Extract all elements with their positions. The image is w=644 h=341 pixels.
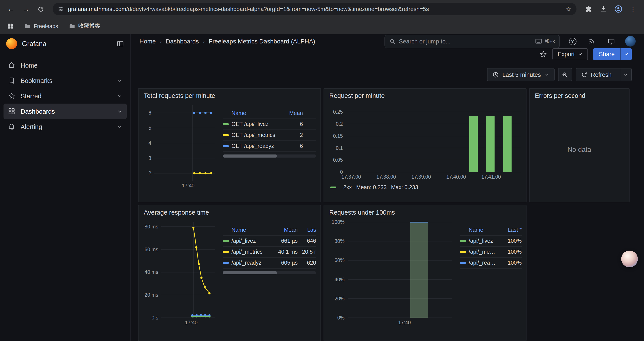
series-color bbox=[460, 262, 466, 264]
legend-row: /api/_metrics 100% bbox=[460, 247, 522, 258]
svg-text:17:39:00: 17:39:00 bbox=[411, 174, 431, 180]
panel-title[interactable]: Requests under 100ms bbox=[328, 208, 522, 218]
series-color bbox=[330, 187, 336, 188]
svg-text:100%: 100% bbox=[332, 219, 344, 225]
panel-title[interactable]: Request per minute bbox=[328, 91, 522, 101]
series-name[interactable]: GET /api/_metrics bbox=[232, 132, 278, 138]
browser-toolbar: ← → grafana.mathmast.com/d/deytv4rwavabk… bbox=[0, 0, 644, 18]
forward-button[interactable]: → bbox=[19, 3, 32, 16]
series-name[interactable]: /api/_metrics bbox=[469, 249, 496, 255]
chevron-down-icon[interactable] bbox=[117, 124, 122, 129]
panel-total-requests: Total requests per minute 6543217:40 Nam… bbox=[138, 88, 321, 202]
chevron-down-icon[interactable] bbox=[117, 78, 122, 83]
series-name[interactable]: /api/_readyz bbox=[232, 260, 272, 266]
bookmark-favorites-blog[interactable]: 收藏博客 bbox=[68, 22, 100, 30]
svg-text:4: 4 bbox=[148, 140, 151, 146]
refresh-label: Refresh bbox=[591, 71, 612, 78]
sidebar-item-starred[interactable]: Starred bbox=[4, 88, 127, 104]
average-response-time-chart[interactable]: 80 ms60 ms40 ms20 ms0 s17:40 bbox=[143, 218, 218, 327]
svg-text:3: 3 bbox=[148, 155, 151, 161]
sidebar-brand: Grafana bbox=[0, 34, 130, 53]
search-icon bbox=[389, 38, 396, 44]
bookmark-star-icon[interactable]: ☆ bbox=[565, 5, 571, 13]
reload-button[interactable] bbox=[34, 3, 47, 16]
chevron-down-icon bbox=[624, 72, 628, 77]
breadcrumb-separator: › bbox=[203, 38, 205, 45]
user-menu-button[interactable] bbox=[624, 35, 637, 48]
extensions-button[interactable] bbox=[582, 3, 595, 16]
assistant-avatar-button[interactable] bbox=[621, 251, 638, 267]
request-per-minute-chart[interactable]: 0.250.20.150.10.05017:37:0017:38:0017:39… bbox=[328, 104, 524, 182]
collapse-sidebar-icon[interactable] bbox=[116, 40, 124, 47]
series-name[interactable]: GET /api/_readyz bbox=[232, 143, 278, 149]
legend-header-name[interactable]: Name bbox=[460, 227, 496, 233]
panel-title[interactable]: Errors per second bbox=[534, 91, 625, 101]
help-button[interactable]: ? bbox=[566, 35, 579, 48]
chevron-down-icon[interactable] bbox=[117, 109, 122, 114]
share-menu-button[interactable] bbox=[620, 48, 632, 60]
breadcrumb-dashboards[interactable]: Dashboards bbox=[166, 38, 199, 45]
series-name[interactable]: /api/_livez bbox=[469, 238, 496, 244]
kiosk-mode-button[interactable] bbox=[604, 35, 618, 48]
legend-scrollbar[interactable] bbox=[223, 154, 316, 158]
sidebar-item-alerting[interactable]: Alerting bbox=[4, 119, 127, 134]
profile-button[interactable] bbox=[612, 3, 625, 16]
legend-header-name[interactable]: Name bbox=[223, 110, 278, 116]
refresh-interval-button[interactable] bbox=[620, 69, 631, 81]
time-range-picker[interactable]: Last 5 minutes bbox=[487, 68, 554, 81]
site-settings-icon[interactable] bbox=[58, 6, 64, 12]
legend-row: /api/_readyz 605 µs 620 bbox=[223, 258, 316, 269]
search-input[interactable]: Search or jump to... ⌘+k bbox=[384, 35, 560, 48]
share-button[interactable]: Share bbox=[593, 48, 620, 60]
legend-header-last[interactable]: Last * bbox=[496, 227, 522, 233]
browser-menu-button[interactable]: ⋮ bbox=[626, 3, 640, 16]
series-color bbox=[460, 251, 466, 253]
scrollbar-thumb[interactable] bbox=[223, 271, 277, 274]
series-mean: 661 µs bbox=[272, 238, 298, 244]
bookmark-freeleaps[interactable]: Freeleaps bbox=[24, 23, 58, 30]
legend-scrollbar[interactable] bbox=[223, 271, 316, 274]
favorite-dashboard-button[interactable] bbox=[540, 51, 547, 58]
time-controls: Last 5 minutes Refresh bbox=[131, 68, 644, 81]
legend-table: Name Last * /api/_livez 100% /api/_metri… bbox=[460, 218, 522, 337]
news-button[interactable] bbox=[585, 35, 598, 48]
panel-title[interactable]: Total requests per minute bbox=[143, 91, 316, 101]
chevron-down-icon[interactable] bbox=[117, 93, 122, 99]
sidebar: Grafana Home Bookmarks Starred bbox=[0, 34, 131, 341]
legend-row: GET /api/_metrics 2 bbox=[223, 130, 316, 141]
downloads-button[interactable] bbox=[597, 3, 610, 16]
grafana-logo[interactable] bbox=[6, 38, 17, 49]
legend-header-mean[interactable]: Mean bbox=[278, 110, 303, 116]
dashboards-grid-icon bbox=[8, 108, 15, 115]
url-bar[interactable]: grafana.mathmast.com/d/deytv4rwavabkb/fr… bbox=[52, 3, 576, 15]
export-button[interactable]: Export bbox=[552, 48, 588, 60]
refresh-button[interactable]: Refresh bbox=[576, 69, 616, 81]
legend-header-name[interactable]: Name bbox=[223, 227, 272, 233]
series-name[interactable]: 2xx bbox=[343, 184, 352, 190]
series-name[interactable]: /api/_livez bbox=[232, 238, 272, 244]
scrollbar-thumb[interactable] bbox=[223, 154, 277, 158]
requests-under-100ms-chart[interactable]: 100%80%60%40%20%0%17:40 bbox=[328, 218, 456, 327]
breadcrumb-home[interactable]: Home bbox=[140, 38, 156, 45]
sidebar-item-bookmarks[interactable]: Bookmarks bbox=[4, 73, 127, 88]
total-requests-chart[interactable]: 6543217:40 bbox=[143, 101, 218, 190]
zoom-out-time-button[interactable] bbox=[558, 68, 572, 81]
legend-header-last[interactable]: Las bbox=[298, 227, 316, 233]
sidebar-item-home[interactable]: Home bbox=[4, 58, 127, 73]
svg-text:2: 2 bbox=[148, 171, 151, 176]
back-arrow-icon: ← bbox=[7, 5, 15, 14]
series-name[interactable]: /api/_readyz bbox=[469, 260, 496, 266]
search-placeholder: Search or jump to... bbox=[399, 38, 451, 45]
series-name[interactable]: GET /api/_livez bbox=[232, 121, 278, 127]
panel-title[interactable]: Average response time bbox=[143, 208, 316, 218]
legend-row: /api/_readyz 100% bbox=[460, 258, 522, 269]
svg-text:40%: 40% bbox=[334, 277, 344, 282]
sidebar-item-dashboards[interactable]: Dashboards bbox=[4, 104, 127, 119]
rss-icon bbox=[588, 38, 595, 45]
apps-grid-icon[interactable] bbox=[7, 23, 14, 30]
legend-header-mean[interactable]: Mean bbox=[272, 227, 298, 233]
back-button[interactable]: ← bbox=[4, 3, 18, 16]
series-color bbox=[223, 123, 229, 125]
series-name[interactable]: /api/_metrics bbox=[232, 249, 272, 255]
sidebar-item-label: Home bbox=[20, 62, 38, 69]
